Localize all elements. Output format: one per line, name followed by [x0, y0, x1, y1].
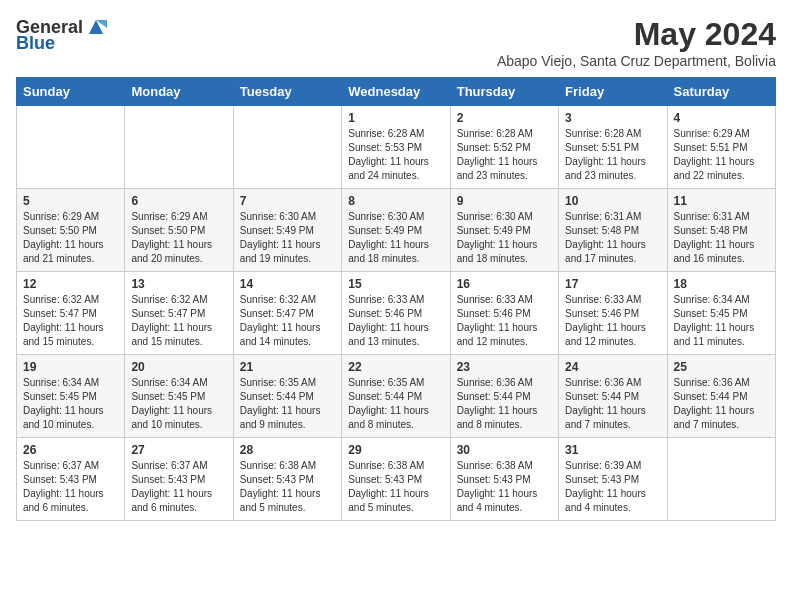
- week-row-1: 1Sunrise: 6:28 AM Sunset: 5:53 PM Daylig…: [17, 106, 776, 189]
- day-cell-20: 20Sunrise: 6:34 AM Sunset: 5:45 PM Dayli…: [125, 355, 233, 438]
- day-cell-31: 31Sunrise: 6:39 AM Sunset: 5:43 PM Dayli…: [559, 438, 667, 521]
- day-cell-16: 16Sunrise: 6:33 AM Sunset: 5:46 PM Dayli…: [450, 272, 558, 355]
- day-detail: Sunrise: 6:36 AM Sunset: 5:44 PM Dayligh…: [565, 377, 646, 430]
- day-detail: Sunrise: 6:39 AM Sunset: 5:43 PM Dayligh…: [565, 460, 646, 513]
- day-cell-2: 2Sunrise: 6:28 AM Sunset: 5:52 PM Daylig…: [450, 106, 558, 189]
- day-cell-30: 30Sunrise: 6:38 AM Sunset: 5:43 PM Dayli…: [450, 438, 558, 521]
- day-cell-26: 26Sunrise: 6:37 AM Sunset: 5:43 PM Dayli…: [17, 438, 125, 521]
- header-day-thursday: Thursday: [450, 78, 558, 106]
- day-number: 29: [348, 443, 443, 457]
- day-detail: Sunrise: 6:31 AM Sunset: 5:48 PM Dayligh…: [674, 211, 755, 264]
- day-detail: Sunrise: 6:38 AM Sunset: 5:43 PM Dayligh…: [348, 460, 429, 513]
- day-number: 19: [23, 360, 118, 374]
- day-detail: Sunrise: 6:32 AM Sunset: 5:47 PM Dayligh…: [240, 294, 321, 347]
- day-cell-9: 9Sunrise: 6:30 AM Sunset: 5:49 PM Daylig…: [450, 189, 558, 272]
- header-day-monday: Monday: [125, 78, 233, 106]
- day-number: 15: [348, 277, 443, 291]
- day-detail: Sunrise: 6:38 AM Sunset: 5:43 PM Dayligh…: [457, 460, 538, 513]
- day-number: 20: [131, 360, 226, 374]
- day-number: 8: [348, 194, 443, 208]
- empty-cell: [233, 106, 341, 189]
- day-cell-7: 7Sunrise: 6:30 AM Sunset: 5:49 PM Daylig…: [233, 189, 341, 272]
- location-title: Abapo Viejo, Santa Cruz Department, Boli…: [497, 53, 776, 69]
- day-number: 2: [457, 111, 552, 125]
- day-number: 27: [131, 443, 226, 457]
- day-number: 13: [131, 277, 226, 291]
- day-number: 24: [565, 360, 660, 374]
- day-cell-10: 10Sunrise: 6:31 AM Sunset: 5:48 PM Dayli…: [559, 189, 667, 272]
- day-cell-5: 5Sunrise: 6:29 AM Sunset: 5:50 PM Daylig…: [17, 189, 125, 272]
- day-detail: Sunrise: 6:32 AM Sunset: 5:47 PM Dayligh…: [23, 294, 104, 347]
- day-detail: Sunrise: 6:36 AM Sunset: 5:44 PM Dayligh…: [674, 377, 755, 430]
- day-detail: Sunrise: 6:28 AM Sunset: 5:53 PM Dayligh…: [348, 128, 429, 181]
- header-row: SundayMondayTuesdayWednesdayThursdayFrid…: [17, 78, 776, 106]
- day-detail: Sunrise: 6:30 AM Sunset: 5:49 PM Dayligh…: [457, 211, 538, 264]
- empty-cell: [17, 106, 125, 189]
- day-number: 17: [565, 277, 660, 291]
- logo-blue: Blue: [16, 34, 55, 52]
- day-number: 3: [565, 111, 660, 125]
- day-number: 25: [674, 360, 769, 374]
- header-day-wednesday: Wednesday: [342, 78, 450, 106]
- day-detail: Sunrise: 6:33 AM Sunset: 5:46 PM Dayligh…: [565, 294, 646, 347]
- day-cell-21: 21Sunrise: 6:35 AM Sunset: 5:44 PM Dayli…: [233, 355, 341, 438]
- day-number: 18: [674, 277, 769, 291]
- logo-icon: [85, 16, 107, 38]
- week-row-2: 5Sunrise: 6:29 AM Sunset: 5:50 PM Daylig…: [17, 189, 776, 272]
- month-title: May 2024: [497, 16, 776, 53]
- day-cell-18: 18Sunrise: 6:34 AM Sunset: 5:45 PM Dayli…: [667, 272, 775, 355]
- day-detail: Sunrise: 6:30 AM Sunset: 5:49 PM Dayligh…: [348, 211, 429, 264]
- day-detail: Sunrise: 6:34 AM Sunset: 5:45 PM Dayligh…: [674, 294, 755, 347]
- day-number: 4: [674, 111, 769, 125]
- day-detail: Sunrise: 6:37 AM Sunset: 5:43 PM Dayligh…: [23, 460, 104, 513]
- day-cell-23: 23Sunrise: 6:36 AM Sunset: 5:44 PM Dayli…: [450, 355, 558, 438]
- day-detail: Sunrise: 6:35 AM Sunset: 5:44 PM Dayligh…: [348, 377, 429, 430]
- day-cell-14: 14Sunrise: 6:32 AM Sunset: 5:47 PM Dayli…: [233, 272, 341, 355]
- day-number: 1: [348, 111, 443, 125]
- day-number: 28: [240, 443, 335, 457]
- day-cell-6: 6Sunrise: 6:29 AM Sunset: 5:50 PM Daylig…: [125, 189, 233, 272]
- header: General Blue May 2024 Abapo Viejo, Santa…: [16, 16, 776, 69]
- day-detail: Sunrise: 6:33 AM Sunset: 5:46 PM Dayligh…: [348, 294, 429, 347]
- day-cell-27: 27Sunrise: 6:37 AM Sunset: 5:43 PM Dayli…: [125, 438, 233, 521]
- day-detail: Sunrise: 6:31 AM Sunset: 5:48 PM Dayligh…: [565, 211, 646, 264]
- day-cell-25: 25Sunrise: 6:36 AM Sunset: 5:44 PM Dayli…: [667, 355, 775, 438]
- day-detail: Sunrise: 6:30 AM Sunset: 5:49 PM Dayligh…: [240, 211, 321, 264]
- day-detail: Sunrise: 6:34 AM Sunset: 5:45 PM Dayligh…: [23, 377, 104, 430]
- header-day-tuesday: Tuesday: [233, 78, 341, 106]
- day-number: 14: [240, 277, 335, 291]
- day-cell-29: 29Sunrise: 6:38 AM Sunset: 5:43 PM Dayli…: [342, 438, 450, 521]
- day-cell-17: 17Sunrise: 6:33 AM Sunset: 5:46 PM Dayli…: [559, 272, 667, 355]
- header-day-saturday: Saturday: [667, 78, 775, 106]
- day-cell-24: 24Sunrise: 6:36 AM Sunset: 5:44 PM Dayli…: [559, 355, 667, 438]
- title-area: May 2024 Abapo Viejo, Santa Cruz Departm…: [497, 16, 776, 69]
- calendar-table: SundayMondayTuesdayWednesdayThursdayFrid…: [16, 77, 776, 521]
- day-cell-12: 12Sunrise: 6:32 AM Sunset: 5:47 PM Dayli…: [17, 272, 125, 355]
- header-day-sunday: Sunday: [17, 78, 125, 106]
- day-cell-19: 19Sunrise: 6:34 AM Sunset: 5:45 PM Dayli…: [17, 355, 125, 438]
- day-number: 30: [457, 443, 552, 457]
- day-cell-3: 3Sunrise: 6:28 AM Sunset: 5:51 PM Daylig…: [559, 106, 667, 189]
- day-number: 9: [457, 194, 552, 208]
- day-number: 5: [23, 194, 118, 208]
- day-detail: Sunrise: 6:34 AM Sunset: 5:45 PM Dayligh…: [131, 377, 212, 430]
- day-number: 10: [565, 194, 660, 208]
- day-number: 21: [240, 360, 335, 374]
- day-detail: Sunrise: 6:29 AM Sunset: 5:50 PM Dayligh…: [131, 211, 212, 264]
- empty-cell: [125, 106, 233, 189]
- empty-cell: [667, 438, 775, 521]
- day-detail: Sunrise: 6:29 AM Sunset: 5:50 PM Dayligh…: [23, 211, 104, 264]
- day-cell-1: 1Sunrise: 6:28 AM Sunset: 5:53 PM Daylig…: [342, 106, 450, 189]
- day-number: 12: [23, 277, 118, 291]
- day-detail: Sunrise: 6:32 AM Sunset: 5:47 PM Dayligh…: [131, 294, 212, 347]
- day-cell-11: 11Sunrise: 6:31 AM Sunset: 5:48 PM Dayli…: [667, 189, 775, 272]
- day-detail: Sunrise: 6:38 AM Sunset: 5:43 PM Dayligh…: [240, 460, 321, 513]
- day-cell-22: 22Sunrise: 6:35 AM Sunset: 5:44 PM Dayli…: [342, 355, 450, 438]
- logo: General Blue: [16, 16, 107, 52]
- day-cell-4: 4Sunrise: 6:29 AM Sunset: 5:51 PM Daylig…: [667, 106, 775, 189]
- day-number: 11: [674, 194, 769, 208]
- day-number: 6: [131, 194, 226, 208]
- week-row-4: 19Sunrise: 6:34 AM Sunset: 5:45 PM Dayli…: [17, 355, 776, 438]
- day-number: 22: [348, 360, 443, 374]
- day-detail: Sunrise: 6:33 AM Sunset: 5:46 PM Dayligh…: [457, 294, 538, 347]
